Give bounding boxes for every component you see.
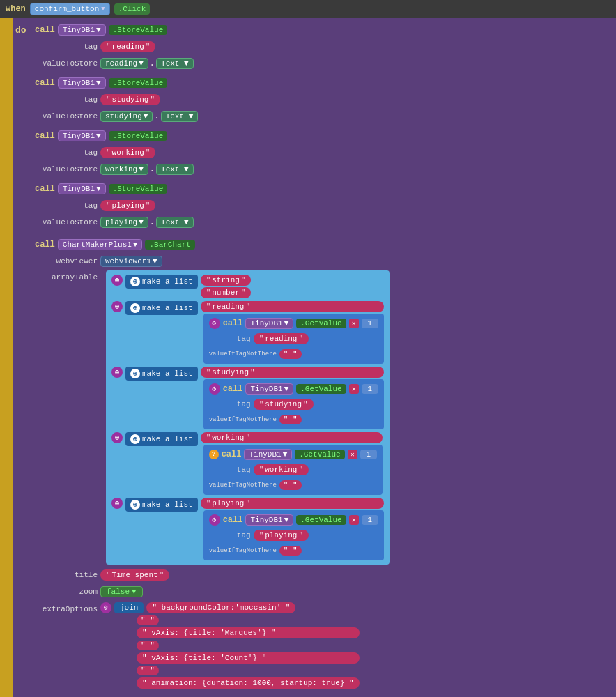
reading-tag-1[interactable]: reading [100, 41, 155, 52]
extra-vaxis-count-row: " vAxis: {title: 'Count'} " [137, 652, 360, 664]
extra-options-label: extraOptions [35, 602, 98, 613]
tinydb-label-2: TinyDB1 [63, 79, 95, 87]
getvalue-inner-studying: ⚙ call TinyDB1 ▼ .GetValue ✕ [203, 379, 384, 429]
playing-dropdown[interactable]: playing ▼ [100, 217, 148, 228]
webviewer-block[interactable]: WebViewer1 ▼ [100, 256, 162, 267]
x-btn-playing[interactable]: ✕ [349, 515, 359, 525]
x-btn-working[interactable]: ✕ [348, 450, 357, 459]
storevalue-method-4: .StoreValue [109, 184, 168, 194]
outer-list-icon-1[interactable]: ⊗ [111, 275, 123, 286]
webviewer-row: webViewer WebViewer1 ▼ [35, 254, 616, 269]
studying-inner-tag[interactable]: studying [254, 399, 314, 410]
tinydb-getval-studying[interactable]: TinyDB1 ▼ [245, 383, 293, 395]
chartmaker-btn[interactable]: ChartMakerPlus1 ▼ [58, 239, 143, 250]
number-tag[interactable]: number [201, 287, 252, 298]
tinydb-getval-working[interactable]: TinyDB1 ▼ [244, 449, 292, 460]
outer-list-icon-studying[interactable]: ⊗ [111, 367, 123, 378]
gear-icon-studying[interactable]: ⚙ [209, 383, 220, 395]
outer-list-icon-working[interactable]: ⊗ [111, 432, 123, 443]
playing-list-tag[interactable]: playing [201, 498, 384, 509]
x-btn-studying[interactable]: ✕ [349, 384, 359, 394]
gear-icon-reading[interactable]: ⚙ [209, 318, 220, 329]
call-keyword-1: call [35, 25, 55, 35]
outer-list-icon-reading[interactable]: ⊗ [111, 301, 123, 312]
tinydb-btn-2[interactable]: TinyDB1 ▼ [58, 77, 106, 89]
click-method-block: .Click [114, 3, 151, 15]
tinydb-getval-playing[interactable]: TinyDB1 ▼ [245, 514, 293, 526]
storevalue-method-3: .StoreValue [109, 131, 168, 141]
join-block[interactable]: join [114, 602, 144, 613]
num-block-studying: 1 [362, 384, 378, 394]
working-dropdown[interactable]: working ▼ [100, 164, 148, 175]
make-list-btn-1[interactable]: ⊕ make a list [125, 275, 198, 289]
reading-text-block[interactable]: Text ▼ [156, 58, 194, 69]
make-list-btn-playing[interactable]: ⊕ make a list [125, 498, 198, 512]
getvalue-row-working-2: tag working [209, 463, 377, 477]
x-btn-reading[interactable]: ✕ [349, 319, 359, 328]
false-block[interactable]: false ▼ [100, 586, 143, 597]
valueiftag-val-p: " " [279, 546, 302, 556]
vaxis-marques-string[interactable]: " vAxis: {title: 'Marques'} " [137, 627, 360, 638]
getvalue-row-working-1: ? call TinyDB1 ▼ .GetValue ✕ [209, 447, 377, 461]
extra-gear-icon[interactable]: ⚙ [100, 602, 111, 613]
tinydb-btn-4[interactable]: TinyDB1 ▼ [58, 183, 106, 194]
vaxis-count-string[interactable]: " vAxis: {title: 'Count'} " [137, 652, 360, 664]
working-text-block[interactable]: Text ▼ [156, 164, 194, 175]
content-area: do call TinyDB1 ▼ .StoreValue tag [0, 18, 616, 697]
call-keyword-3: call [35, 131, 55, 141]
reading-value-combo: reading ▼ . Text ▼ [100, 58, 194, 69]
make-list-btn-reading[interactable]: ⊕ make a list [125, 301, 198, 315]
extra-sep-1: " " [137, 615, 360, 625]
working-list-tag[interactable]: working [201, 432, 383, 443]
reading-list-tag[interactable]: reading [201, 301, 384, 312]
playing-inner-tag[interactable]: playing [254, 530, 309, 541]
left-accent-bar [0, 18, 13, 697]
playing-text-block[interactable]: Text ▼ [156, 217, 194, 228]
value-label-4: valueToStore [35, 218, 98, 227]
getvalue-row-working-3: valueIfTagNotThere " " [209, 478, 377, 492]
make-list-btn-working[interactable]: ⊕ make a list [125, 432, 198, 446]
studying-list-tag[interactable]: studying [201, 367, 384, 378]
make-list-icon-reading: ⊕ [130, 303, 140, 313]
animation-string[interactable]: " animation: {duration: 1000, startup: t… [137, 677, 360, 689]
valueiftag-val-s: " " [279, 415, 302, 424]
tag-label-3: tag [35, 148, 98, 157]
dropdown-arrow-icon: ▼ [101, 6, 105, 13]
reading-inner-tag[interactable]: reading [254, 333, 309, 344]
false-arrow: ▼ [132, 588, 137, 596]
confirm-button-block[interactable]: confirm_button ▼ [30, 3, 110, 15]
getvalue-method-working: .GetValue [295, 450, 344, 459]
background-color-string[interactable]: " backgroundColor:'moccasin' " [146, 602, 295, 613]
question-icon-working[interactable]: ? [209, 450, 219, 459]
call-row-working: call TinyDB1 ▼ .StoreValue [35, 128, 616, 144]
chartmaker-arrow: ▼ [133, 240, 138, 249]
make-list-row-studying: ⊗ ⊕ make a list studying [111, 367, 384, 429]
studying-text-block[interactable]: Text ▼ [161, 111, 199, 122]
do-label: do [15, 22, 35, 693]
value-label-2: valueToStore [35, 112, 98, 121]
studying-dropdown[interactable]: studying ▼ [100, 111, 153, 122]
top-bar: when confirm_button ▼ .Click [0, 0, 616, 18]
tinydb-btn-3[interactable]: TinyDB1 ▼ [58, 130, 106, 141]
tinydb-getval-reading[interactable]: TinyDB1 ▼ [245, 318, 293, 329]
outer-list-icon-playing[interactable]: ⊗ [111, 498, 123, 509]
playing-tag[interactable]: playing [100, 200, 155, 211]
gear-icon-playing[interactable]: ⚙ [209, 514, 220, 526]
value-row-studying: valueToStore studying ▼ . Text ▼ [35, 109, 616, 124]
chartmaker-label: ChartMakerPlus1 [63, 240, 132, 249]
reading-dropdown[interactable]: reading ▼ [100, 58, 148, 69]
tag-label-4: tag [35, 201, 98, 210]
call-keyword-chart: call [35, 240, 55, 250]
call-keyword-2: call [35, 78, 55, 88]
studying-tag[interactable]: studying [100, 94, 160, 105]
tinydb-btn-1[interactable]: TinyDB1 ▼ [58, 24, 106, 36]
working-tag[interactable]: working [100, 147, 155, 158]
getvalue-method-reading: .GetValue [296, 319, 346, 328]
working-inner-tag[interactable]: working [254, 464, 309, 475]
title-value[interactable]: Time spent [100, 569, 169, 581]
make-list-btn-studying[interactable]: ⊕ make a list [125, 367, 198, 381]
webviewer-arrow: ▼ [153, 257, 157, 266]
make-list-row-working: ⊗ ⊕ make a list working [111, 432, 384, 495]
string-tag[interactable]: string [201, 275, 252, 286]
chart-section: call ChartMakerPlus1 ▼ .BarChart webView… [35, 237, 616, 689]
